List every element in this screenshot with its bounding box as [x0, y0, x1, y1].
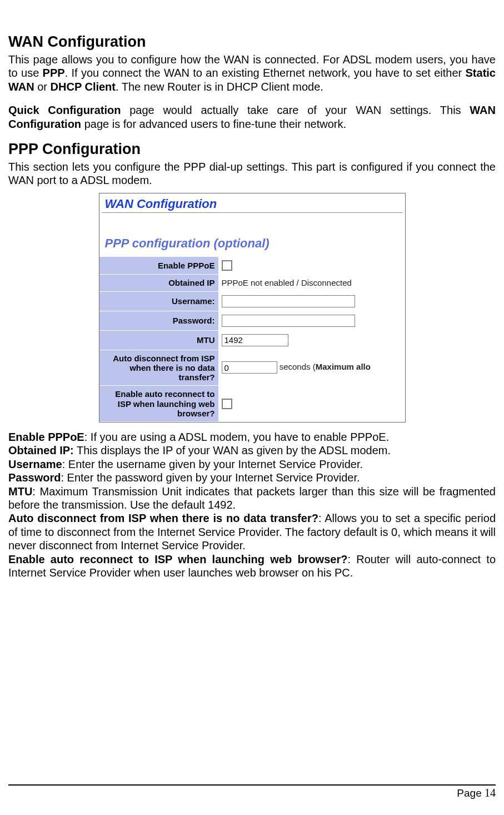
- row-password: Password:: [99, 311, 405, 330]
- def-term: MTU: [8, 485, 32, 498]
- auto-disconnect-suffix: seconds (: [277, 362, 316, 371]
- config-table: Enable PPPoE Obtained IP PPPoE not enabl…: [99, 256, 405, 422]
- def-obtained-ip: Obtained IP: This displays the IP of you…: [8, 444, 496, 457]
- def-term: Enable PPPoE: [8, 431, 84, 443]
- def-username: Username: Enter the username given by yo…: [8, 458, 496, 471]
- wan-para-1: This page allows you to configure how th…: [8, 53, 496, 93]
- text: . If you connect the WAN to an existing …: [65, 67, 466, 79]
- config-screenshot: WAN Configuration PPP configuration (opt…: [99, 193, 406, 423]
- auto-disconnect-input[interactable]: [222, 361, 277, 374]
- wan-para-2: Quick Configuration page would actually …: [8, 103, 496, 131]
- auto-reconnect-checkbox[interactable]: [222, 399, 232, 409]
- row-auto-reconnect: Enable auto reconnect to ISP when launch…: [99, 386, 405, 422]
- page-num-value: 14: [485, 787, 496, 799]
- username-input[interactable]: [222, 295, 355, 307]
- definition-list: Enable PPPoE: If you are using a ADSL mo…: [8, 430, 496, 579]
- text: page would actually take care of your WA…: [121, 104, 470, 116]
- label-password: Password:: [99, 311, 218, 330]
- def-enable-pppoe: Enable PPPoE: If you are using a ADSL mo…: [8, 430, 496, 444]
- def-desc: : If you are using a ADSL modem, you hav…: [84, 431, 389, 443]
- bold-dhcp-client: DHCP Client: [51, 81, 116, 93]
- def-desc: : Enter the password given by your Inter…: [61, 471, 360, 484]
- text: . The new Router is in DHCP Client mode.: [116, 81, 323, 93]
- bold-quick-config: Quick Configuration: [8, 104, 121, 116]
- row-mtu: MTU: [99, 330, 405, 350]
- password-input[interactable]: [222, 315, 355, 327]
- def-desc: : Enter the username given by your Inter…: [62, 458, 363, 470]
- row-obtained-ip: Obtained IP PPPoE not enabled / Disconne…: [99, 275, 405, 291]
- text: or: [34, 81, 51, 93]
- label-auto-reconnect: Enable auto reconnect to ISP when launch…: [99, 386, 218, 422]
- def-term: Enable auto reconnect to ISP when launch…: [8, 553, 347, 565]
- page-footer: Page 14: [8, 784, 496, 799]
- obtained-ip-value: PPPoE not enabled / Disconnected: [222, 278, 352, 287]
- row-username: Username:: [99, 291, 405, 311]
- def-desc: : Maximum Transmission Unit indicates th…: [8, 485, 496, 511]
- text: page is for advanced users to fine-tune …: [81, 118, 346, 130]
- def-auto-recon: Enable auto reconnect to ISP when launch…: [8, 553, 496, 580]
- auto-disconnect-suffix-bold: Maximum allo: [316, 362, 371, 371]
- bold-ppp: PPP: [43, 67, 65, 79]
- ppp-config-heading: PPP Configuration: [8, 141, 496, 158]
- enable-pppoe-checkbox[interactable]: [222, 260, 232, 271]
- row-auto-disconnect: Auto disconnect from ISP when there is n…: [99, 350, 405, 386]
- def-term: Password: [8, 471, 61, 484]
- page-label: Page: [457, 787, 485, 799]
- footer-rule: [8, 784, 496, 786]
- ppp-intro: This section lets you configure the PPP …: [8, 160, 496, 187]
- wan-config-heading: WAN Configuration: [8, 33, 496, 51]
- config-screenshot-wrap: WAN Configuration PPP configuration (opt…: [8, 193, 496, 423]
- def-term: Username: [8, 458, 62, 470]
- label-enable-pppoe: Enable PPPoE: [99, 256, 218, 275]
- screenshot-main-title: WAN Configuration: [102, 195, 403, 213]
- mtu-input[interactable]: [222, 334, 288, 346]
- def-desc: This displays the IP of your WAN as give…: [74, 444, 391, 456]
- screenshot-sub-title: PPP configuration (optional): [102, 213, 403, 256]
- page-number: Page 14: [8, 787, 496, 799]
- def-mtu: MTU: Maximum Transmission Unit indicates…: [8, 485, 496, 512]
- def-term: Auto disconnect from ISP when there is n…: [8, 512, 318, 524]
- row-enable-pppoe: Enable PPPoE: [99, 256, 405, 275]
- document-page: WAN Configuration This page allows you t…: [0, 0, 504, 815]
- def-auto-disc: Auto disconnect from ISP when there is n…: [8, 511, 496, 552]
- def-password: Password: Enter the password given by yo…: [8, 471, 496, 484]
- label-mtu: MTU: [99, 330, 218, 350]
- label-username: Username:: [99, 291, 218, 311]
- label-auto-disconnect: Auto disconnect from ISP when there is n…: [99, 350, 218, 386]
- def-term: Obtained IP:: [8, 444, 74, 456]
- label-obtained-ip: Obtained IP: [99, 275, 218, 291]
